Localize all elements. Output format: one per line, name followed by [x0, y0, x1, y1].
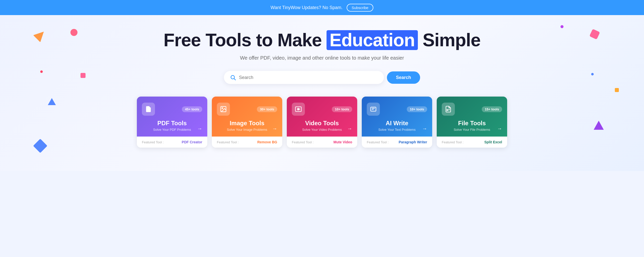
hero-subtitle: We offer PDF, video, image and other onl…: [5, 55, 639, 61]
deco-dot-red: [40, 70, 43, 73]
card-arrow-pdf: →: [197, 126, 202, 132]
featured-label-video: Featured Tool :: [292, 140, 313, 144]
featured-label-file: Featured Tool :: [442, 140, 463, 144]
card-header-image: 30+ tools: [217, 103, 277, 116]
card-top-ai: 10+ tools AI Write Solve Your Text Probl…: [362, 97, 432, 137]
search-input[interactable]: [239, 75, 378, 80]
card-top-file: 15+ tools File Tools Solve Your File Pro…: [437, 97, 507, 137]
hero-section: Free Tools to Make Education Simple We o…: [0, 15, 644, 171]
featured-tool-video[interactable]: Mute Video: [334, 140, 352, 144]
search-icon: [230, 74, 236, 80]
svg-line-1: [234, 79, 236, 80]
card-ai[interactable]: 10+ tools AI Write Solve Your Text Probl…: [362, 97, 432, 148]
card-file[interactable]: 15+ tools File Tools Solve Your File Pro…: [437, 97, 507, 148]
card-header-file: 15+ tools: [442, 103, 502, 116]
deco-shape-pink: [70, 29, 77, 36]
title-highlight: Education: [327, 30, 418, 50]
title-prefix: Free Tools to Make: [164, 30, 322, 50]
card-title-ai: AI Write: [367, 120, 427, 127]
card-bottom-image: Featured Tool : Remove BG: [212, 137, 282, 148]
card-icon-video: [292, 103, 305, 116]
card-badge-pdf: 45+ tools: [182, 106, 202, 112]
card-badge-image: 30+ tools: [257, 106, 277, 112]
featured-tool-ai[interactable]: Paragraph Writer: [399, 140, 427, 144]
deco-shape-pink-mid: [80, 73, 86, 78]
top-banner: Want TinyWow Updates? No Spam. Subscribe: [0, 0, 644, 15]
featured-label-image: Featured Tool :: [217, 140, 238, 144]
card-title-image: Image Tools: [217, 120, 277, 127]
card-arrow-ai: →: [422, 126, 427, 132]
card-badge-file: 15+ tools: [482, 106, 502, 112]
subscribe-button[interactable]: Subscribe: [347, 4, 374, 12]
card-subtitle-ai: Solve Your Text Problems: [367, 128, 427, 132]
card-icon-pdf: [142, 103, 155, 116]
card-video[interactable]: 10+ tools Video Tools Solve Your Video P…: [287, 97, 357, 148]
deco-dot-right: [591, 73, 594, 75]
cards-section: 45+ tools PDF Tools Solve Your PDF Probl…: [5, 97, 639, 148]
hero-title: Free Tools to Make Education Simple: [5, 30, 639, 50]
card-top-pdf: 45+ tools PDF Tools Solve Your PDF Probl…: [137, 97, 207, 137]
card-subtitle-file: Solve Your File Problems: [442, 128, 502, 132]
banner-text: Want TinyWow Updates? No Spam.: [271, 5, 343, 10]
card-subtitle-video: Solve Your Video Problems: [292, 128, 352, 132]
search-container: Search: [224, 71, 420, 84]
featured-tool-file[interactable]: Split Excel: [484, 140, 502, 144]
card-header-ai: 10+ tools: [367, 103, 427, 116]
featured-tool-image[interactable]: Remove BG: [257, 140, 277, 144]
card-icon-image: [217, 103, 230, 116]
card-subtitle-pdf: Solve Your PDF Problems: [142, 128, 202, 132]
card-bottom-video: Featured Tool : Mute Video: [287, 137, 357, 148]
card-subtitle-image: Solve Your Image Problems: [217, 128, 277, 132]
svg-point-5: [222, 108, 223, 109]
card-image[interactable]: 30+ tools Image Tools Solve Your Image P…: [212, 97, 282, 148]
card-bottom-pdf: Featured Tool : PDF Creator: [137, 137, 207, 148]
search-button[interactable]: Search: [387, 71, 420, 84]
card-top-image: 30+ tools Image Tools Solve Your Image P…: [212, 97, 282, 137]
card-bottom-ai: Featured Tool : Paragraph Writer: [362, 137, 432, 148]
deco-dot-purple: [560, 25, 564, 28]
card-arrow-video: →: [347, 126, 352, 132]
deco-triangle-purple: [594, 121, 604, 130]
card-top-video: 10+ tools Video Tools Solve Your Video P…: [287, 97, 357, 137]
deco-shape-orange-right: [615, 88, 619, 92]
card-bottom-file: Featured Tool : Split Excel: [437, 137, 507, 148]
card-title-file: File Tools: [442, 120, 502, 127]
card-icon-ai: [367, 103, 380, 116]
svg-point-12: [447, 109, 448, 111]
card-icon-file: [442, 103, 455, 116]
card-title-video: Video Tools: [292, 120, 352, 127]
featured-tool-pdf[interactable]: PDF Creator: [182, 140, 202, 144]
card-header-pdf: 45+ tools: [142, 103, 202, 116]
card-arrow-file: →: [497, 126, 502, 132]
card-badge-ai: 10+ tools: [407, 106, 427, 112]
card-title-pdf: PDF Tools: [142, 120, 202, 127]
card-pdf[interactable]: 45+ tools PDF Tools Solve Your PDF Probl…: [137, 97, 207, 148]
card-badge-video: 10+ tools: [332, 106, 352, 112]
featured-label-pdf: Featured Tool :: [142, 140, 164, 144]
deco-triangle-blue: [48, 98, 56, 105]
search-box: [224, 71, 384, 84]
featured-label-ai: Featured Tool :: [367, 140, 388, 144]
card-arrow-image: →: [272, 126, 277, 132]
card-header-video: 10+ tools: [292, 103, 352, 116]
title-suffix: Simple: [423, 30, 480, 50]
